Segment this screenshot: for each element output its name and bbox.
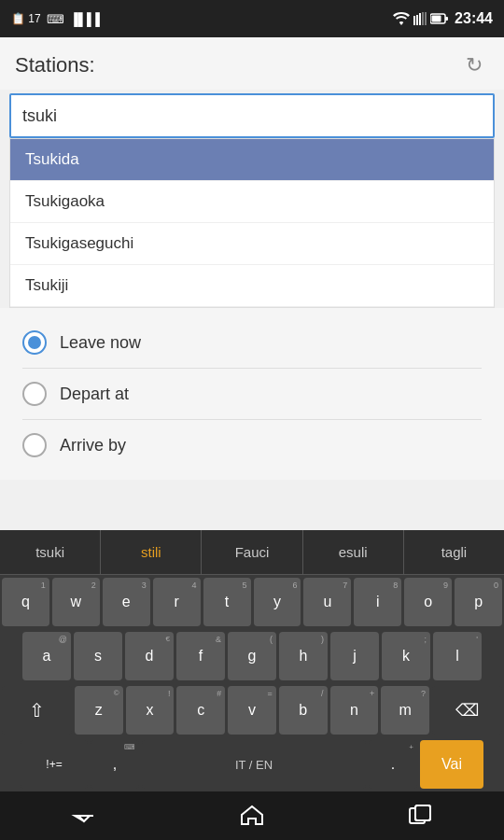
autocomplete-item-tsukigaseguchi[interactable]: Tsukigaseguchi <box>10 223 494 265</box>
key-u[interactable]: 7u <box>303 578 351 626</box>
home-button[interactable] <box>224 797 280 834</box>
radio-leave-now[interactable] <box>22 330 47 355</box>
svg-rect-3 <box>422 12 424 25</box>
key-r[interactable]: 4r <box>153 578 201 626</box>
radio-option-depart-at[interactable]: Depart at <box>15 369 489 419</box>
status-left-icons: 📋 17 ⌨ ▐▌▌▌ <box>11 12 105 26</box>
radio-option-arrive-by[interactable]: Arrive by <box>15 420 489 470</box>
suggestions-row: tsuki stili Fauci esuli tagli <box>0 530 504 575</box>
suggestion-fauci[interactable]: Fauci <box>202 530 302 574</box>
period-key[interactable]: +. <box>369 740 417 789</box>
radio-depart-at[interactable] <box>22 382 47 406</box>
radio-arrive-by-label: Arrive by <box>60 436 126 455</box>
vai-key[interactable]: Vai <box>420 740 483 789</box>
keyboard-row-4: !+= ⌨, IT / EN +. Vai <box>0 737 504 791</box>
options-section: Leave now Depart at Arrive by <box>0 308 504 480</box>
clock: 23:44 <box>455 10 493 27</box>
keyboard-row-1: 1q 2w 3e 4r 5t 6y 7u 8i 9o 0p <box>0 575 504 629</box>
key-o[interactable]: 9o <box>404 578 452 626</box>
key-h[interactable]: )h <box>279 632 328 680</box>
keyboard: tsuki stili Fauci esuli tagli 1q 2w 3e 4… <box>0 530 504 791</box>
svg-rect-7 <box>445 17 448 21</box>
page-title: Stations: <box>15 53 95 77</box>
autocomplete-dropdown: Tsukida Tsukigaoka Tsukigaseguchi Tsukij… <box>9 138 495 308</box>
suggestion-tagli[interactable]: tagli <box>404 530 504 574</box>
key-f[interactable]: &f <box>176 632 225 680</box>
autocomplete-item-tsukiji[interactable]: Tsukiji <box>10 265 494 307</box>
key-c[interactable]: #c <box>176 686 225 735</box>
radio-arrive-by[interactable] <box>22 433 47 457</box>
header: Stations: ↻ <box>0 37 504 90</box>
keyboard-row-2: @a s €d &f (g )h j ;k 'l <box>0 629 504 683</box>
comma-key[interactable]: ⌨, <box>91 740 139 789</box>
svg-rect-1 <box>416 15 418 25</box>
status-bar: 📋 17 ⌨ ▐▌▌▌ 23:44 <box>0 0 504 37</box>
key-n[interactable]: +n <box>330 686 379 735</box>
suggestion-stili[interactable]: stili <box>101 530 202 574</box>
keyboard-status-icon: ⌨ <box>47 12 64 26</box>
key-a[interactable]: @a <box>22 632 71 680</box>
key-w[interactable]: 2w <box>52 578 100 626</box>
key-p[interactable]: 0p <box>455 578 502 626</box>
radio-leave-now-label: Leave now <box>60 333 141 353</box>
key-s[interactable]: s <box>74 632 122 680</box>
search-container <box>9 93 495 138</box>
search-input[interactable] <box>9 93 495 138</box>
key-j[interactable]: j <box>330 632 379 680</box>
svg-rect-6 <box>432 16 441 22</box>
refresh-icon[interactable]: ↻ <box>459 50 489 80</box>
suggestion-esuli[interactable]: esuli <box>303 530 404 574</box>
key-m[interactable]: ?m <box>381 686 429 735</box>
key-i[interactable]: 8i <box>354 578 401 626</box>
key-l[interactable]: 'l <box>433 632 482 680</box>
radio-depart-at-label: Depart at <box>60 385 129 404</box>
bars-icon: ▐▌▌▌ <box>70 12 105 26</box>
svg-rect-0 <box>413 16 415 25</box>
key-y[interactable]: 6y <box>254 578 301 626</box>
key-x[interactable]: !x <box>126 686 175 735</box>
recents-button[interactable] <box>392 797 448 834</box>
autocomplete-item-tsukida[interactable]: Tsukida <box>10 139 494 181</box>
key-g[interactable]: (g <box>228 632 276 680</box>
key-t[interactable]: 5t <box>203 578 251 626</box>
autocomplete-item-tsukigaoka[interactable]: Tsukigaoka <box>10 181 494 223</box>
status-right: 23:44 <box>393 10 493 27</box>
space-key[interactable]: IT / EN <box>142 740 366 789</box>
svg-rect-9 <box>415 805 430 820</box>
nav-bar <box>0 791 504 840</box>
key-d[interactable]: €d <box>125 632 174 680</box>
key-e[interactable]: 3e <box>103 578 150 626</box>
key-z[interactable]: ©z <box>75 686 123 735</box>
connectivity-icons <box>393 12 449 25</box>
key-b[interactable]: /b <box>279 686 328 735</box>
key-q[interactable]: 1q <box>2 578 49 626</box>
suggestion-tsuki[interactable]: tsuki <box>0 530 101 574</box>
shift-key[interactable]: ⇧ <box>2 686 72 735</box>
svg-rect-2 <box>419 13 421 25</box>
backspace-key[interactable]: ⌫ <box>432 686 502 735</box>
svg-rect-4 <box>425 12 427 25</box>
back-button[interactable] <box>56 797 112 834</box>
keyboard-row-3: ⇧ ©z !x #c =v /b +n ?m ⌫ <box>0 683 504 737</box>
notification-icon: 📋 17 <box>11 12 41 25</box>
radio-option-leave-now[interactable]: Leave now <box>15 317 489 368</box>
key-k[interactable]: ;k <box>382 632 430 680</box>
key-v[interactable]: =v <box>228 686 276 735</box>
symbols-key[interactable]: !+= <box>21 740 88 789</box>
